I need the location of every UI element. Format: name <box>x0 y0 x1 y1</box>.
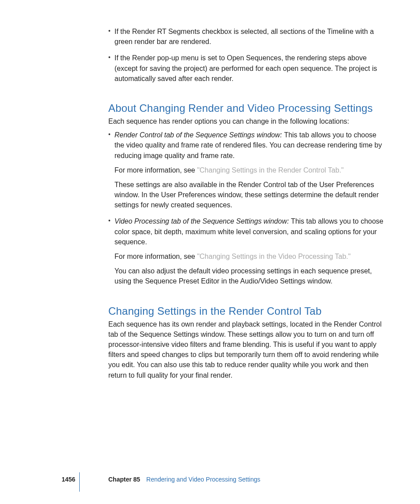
document-page: If the Render RT Segments checkbox is se… <box>0 0 420 504</box>
intro-bullet-list: If the Render RT Segments checkbox is se… <box>108 26 384 84</box>
cross-ref-link[interactable]: "Changing Settings in the Render Control… <box>197 166 344 174</box>
section-heading-about: About Changing Render and Video Processi… <box>108 102 384 114</box>
list-item: If the Render pop-up menu is set to Open… <box>108 53 384 84</box>
section-intro: Each sequence has render options you can… <box>108 116 384 126</box>
page-footer: 1456 Chapter 85 Rendering and Video Proc… <box>0 476 420 483</box>
item-after: You can also adjust the default video pr… <box>114 266 384 286</box>
cross-ref-link[interactable]: "Changing Settings in the Video Processi… <box>197 253 351 260</box>
item-label: Render Control tab of the Sequence Setti… <box>114 131 284 139</box>
more-info: For more information, see "Changing Sett… <box>114 165 384 175</box>
more-info: For more information, see "Changing Sett… <box>114 251 384 261</box>
chapter-title: Rendering and Video Processing Settings <box>146 476 260 483</box>
more-info-prefix: For more information, see <box>114 253 197 260</box>
more-info-prefix: For more information, see <box>114 166 197 174</box>
list-item: Render Control tab of the Sequence Setti… <box>108 130 384 210</box>
page-number: 1456 <box>62 476 108 483</box>
section2-body: Each sequence has its own render and pla… <box>108 319 384 380</box>
section-heading-changing: Changing Settings in the Render Control … <box>108 305 384 317</box>
list-item: If the Render RT Segments checkbox is se… <box>108 26 384 47</box>
section1-list: Render Control tab of the Sequence Setti… <box>108 130 384 286</box>
chapter-label: Chapter 85 <box>108 476 140 483</box>
item-label: Video Processing tab of the Sequence Set… <box>114 217 291 225</box>
item-after: These settings are also available in the… <box>114 180 384 210</box>
list-item: Video Processing tab of the Sequence Set… <box>108 216 384 286</box>
